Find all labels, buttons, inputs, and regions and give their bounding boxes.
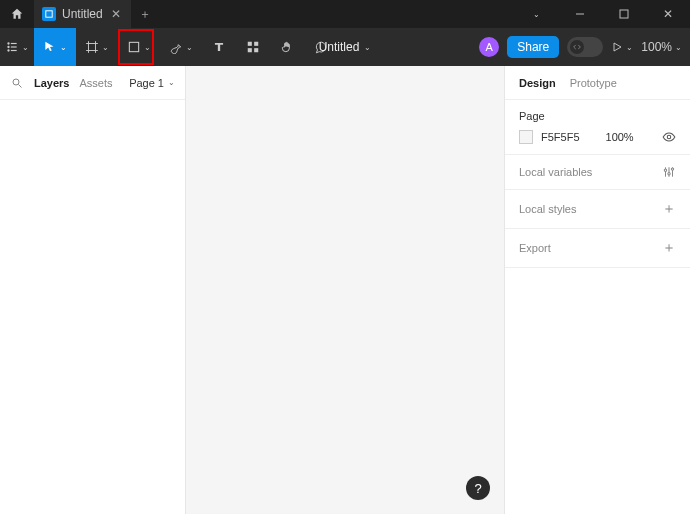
app-body: Layers Assets Page 1 ⌄ ? Design Prototyp… <box>0 66 690 514</box>
svg-point-24 <box>664 169 666 171</box>
svg-point-18 <box>13 79 19 85</box>
move-tool[interactable]: ⌄ <box>34 28 76 66</box>
page-color-swatch[interactable] <box>519 130 533 144</box>
canvas[interactable]: ? <box>186 66 504 514</box>
export-section: Export ＋ <box>505 229 690 268</box>
share-button-label: Share <box>517 40 549 54</box>
resources-tool[interactable] <box>236 28 270 66</box>
add-export-icon[interactable]: ＋ <box>662 239 676 257</box>
design-tab[interactable]: Design <box>519 77 556 89</box>
svg-rect-8 <box>11 50 17 51</box>
window-minimize-button[interactable] <box>558 0 602 28</box>
chevron-down-icon: ⌄ <box>364 43 371 52</box>
page-color-row[interactable]: F5F5F5 100% <box>519 130 676 144</box>
document-title[interactable]: Untitled ⌄ <box>319 40 372 54</box>
search-icon[interactable] <box>10 76 24 90</box>
svg-point-5 <box>7 49 9 51</box>
svg-point-3 <box>7 42 9 44</box>
page-section-title: Page <box>519 110 676 122</box>
design-tab-label: Design <box>519 77 556 89</box>
page-section: Page F5F5F5 100% <box>505 100 690 155</box>
hand-tool[interactable] <box>270 28 304 66</box>
file-tab[interactable]: Untitled ✕ <box>34 0 131 28</box>
local-styles-label: Local styles <box>519 203 576 215</box>
shape-tool[interactable]: ⌄ <box>118 28 160 66</box>
page-color-opacity: 100% <box>606 131 634 143</box>
main-toolbar: ⌄ ⌄ ⌄ ⌄ ⌄ Untitled ⌄ A Share <box>0 28 690 66</box>
page-selector-label: Page 1 <box>129 77 164 89</box>
avatar[interactable]: A <box>479 37 499 57</box>
window-maximize-button[interactable] <box>602 0 646 28</box>
svg-rect-16 <box>248 48 252 52</box>
help-button-label: ? <box>474 481 481 496</box>
svg-point-26 <box>671 168 673 170</box>
zoom-control[interactable]: 100% ⌄ <box>641 40 682 54</box>
window-more-button[interactable]: ⌄ <box>514 0 558 28</box>
prototype-tab[interactable]: Prototype <box>570 77 617 89</box>
document-title-text: Untitled <box>319 40 360 54</box>
page-color-hex: F5F5F5 <box>541 131 580 143</box>
local-styles-section: Local styles ＋ <box>505 190 690 229</box>
layers-tab[interactable]: Layers <box>34 77 69 89</box>
add-style-icon[interactable]: ＋ <box>662 200 676 218</box>
svg-rect-13 <box>129 42 138 51</box>
local-variables-label: Local variables <box>519 166 592 178</box>
layers-tab-label: Layers <box>34 77 69 89</box>
svg-point-20 <box>667 135 671 139</box>
frame-tool[interactable]: ⌄ <box>76 28 118 66</box>
pen-tool[interactable]: ⌄ <box>160 28 202 66</box>
new-tab-button[interactable]: ＋ <box>131 6 159 23</box>
svg-line-19 <box>19 84 22 87</box>
dev-mode-toggle[interactable] <box>567 37 603 57</box>
assets-tab-label: Assets <box>79 77 112 89</box>
avatar-letter: A <box>486 41 493 53</box>
tab-title: Untitled <box>62 7 103 21</box>
left-panel: Layers Assets Page 1 ⌄ <box>0 66 186 514</box>
window-close-button[interactable]: ✕ <box>646 0 690 28</box>
visibility-icon[interactable] <box>662 130 676 144</box>
toolbar-right-group: A Share ⌄ 100% ⌄ <box>479 36 690 58</box>
text-tool[interactable] <box>202 28 236 66</box>
svg-rect-17 <box>254 48 258 52</box>
present-button[interactable]: ⌄ <box>611 41 633 53</box>
window-titlebar: Untitled ✕ ＋ ⌄ ✕ <box>0 0 690 28</box>
local-variables-section: Local variables <box>505 155 690 190</box>
svg-point-25 <box>668 173 670 175</box>
home-button[interactable] <box>0 7 34 21</box>
assets-tab[interactable]: Assets <box>79 77 112 89</box>
right-panel: Design Prototype Page F5F5F5 100% Local … <box>504 66 690 514</box>
help-button[interactable]: ? <box>466 476 490 500</box>
share-button[interactable]: Share <box>507 36 559 58</box>
close-tab-icon[interactable]: ✕ <box>109 7 123 21</box>
dev-mode-icon <box>570 40 584 54</box>
svg-rect-2 <box>620 10 628 18</box>
right-panel-header: Design Prototype <box>505 66 690 100</box>
left-panel-header: Layers Assets Page 1 ⌄ <box>0 66 185 100</box>
svg-rect-15 <box>254 42 258 46</box>
main-menu-button[interactable]: ⌄ <box>0 28 34 66</box>
prototype-tab-label: Prototype <box>570 77 617 89</box>
svg-point-4 <box>7 46 9 48</box>
page-selector[interactable]: Page 1 ⌄ <box>129 77 175 89</box>
zoom-value: 100% <box>641 40 672 54</box>
svg-rect-14 <box>248 42 252 46</box>
svg-rect-6 <box>11 43 17 44</box>
variables-settings-icon[interactable] <box>662 165 676 179</box>
svg-rect-7 <box>11 46 17 47</box>
svg-rect-0 <box>46 11 52 17</box>
figma-file-icon <box>42 7 56 21</box>
layers-list <box>0 100 185 514</box>
window-controls: ⌄ ✕ <box>514 0 690 28</box>
export-label: Export <box>519 242 551 254</box>
